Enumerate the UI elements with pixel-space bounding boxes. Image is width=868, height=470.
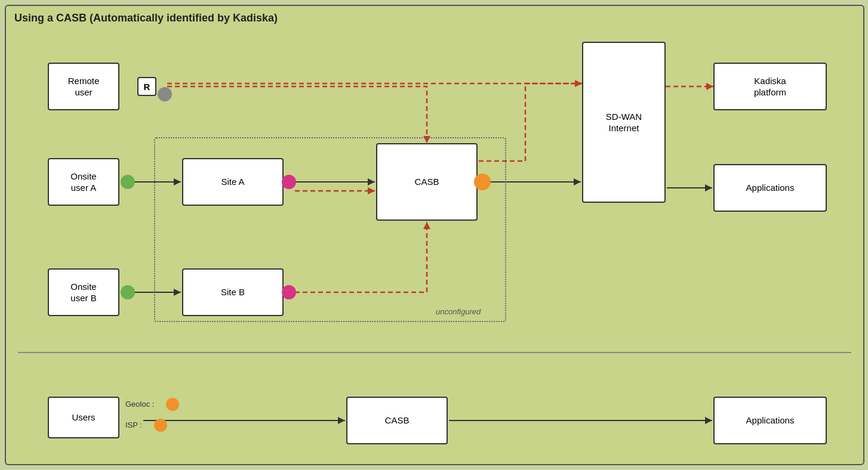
casb-bottom-box: CASB xyxy=(346,397,448,444)
onsite-a-green-dot xyxy=(121,175,135,189)
svg-marker-2 xyxy=(706,83,713,90)
kadiska-box: Kadiska platform xyxy=(713,63,827,110)
onsite-user-b-box: Onsite user B xyxy=(48,268,119,316)
unconfigured-label: unconfigured xyxy=(436,307,481,316)
site-a-box: Site A xyxy=(182,158,284,206)
casb-top-box: CASB xyxy=(376,143,478,221)
onsite-b-green-dot xyxy=(121,285,135,299)
remote-user-box: Remote user xyxy=(48,63,119,110)
geoloc-dot xyxy=(166,398,179,411)
section-divider xyxy=(18,352,851,353)
applications-top-box: Applications xyxy=(713,164,827,212)
isp-dot xyxy=(154,419,167,432)
svg-marker-14 xyxy=(705,184,712,191)
r-label-box: R xyxy=(137,77,156,96)
onsite-user-a-box: Onsite user A xyxy=(48,158,119,206)
isp-label: ISP : xyxy=(125,420,142,429)
users-bottom-box: Users xyxy=(48,397,119,438)
svg-marker-12 xyxy=(574,178,581,185)
diagram-title: Using a CASB (Automatically identified b… xyxy=(14,12,278,24)
geoloc-label: Geoloc : xyxy=(125,400,154,409)
applications-bottom-box: Applications xyxy=(713,397,827,444)
remote-gray-dot xyxy=(158,87,172,101)
svg-marker-16 xyxy=(338,417,345,424)
svg-marker-1 xyxy=(575,80,582,87)
main-container: Using a CASB (Automatically identified b… xyxy=(5,5,864,465)
sdwan-box: SD-WAN Internet xyxy=(582,42,666,203)
site-b-box: Site B xyxy=(182,268,284,316)
site-a-pink-dot xyxy=(282,175,296,189)
casb-orange-dot xyxy=(474,174,491,190)
site-b-pink-dot xyxy=(282,285,296,299)
svg-marker-18 xyxy=(705,417,712,424)
